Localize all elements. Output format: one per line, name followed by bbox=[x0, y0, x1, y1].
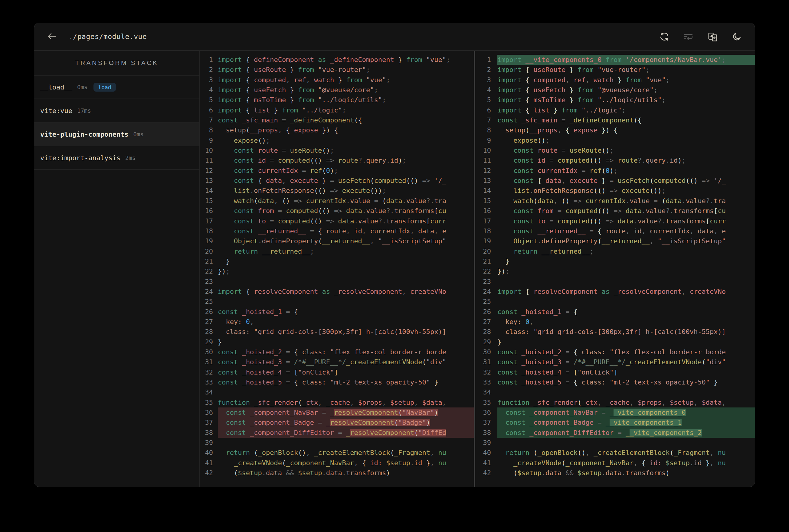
inline-diff-icon[interactable] bbox=[683, 32, 694, 42]
code-line: 7const _sfc_main = _defineComponent({ bbox=[200, 115, 474, 125]
line-number: 2 bbox=[200, 65, 213, 75]
refresh-icon[interactable] bbox=[659, 32, 669, 42]
line-number: 28 bbox=[200, 327, 213, 337]
code-line: 20 return __returned__; bbox=[475, 246, 755, 256]
code-line: 42 ($setup.data && $setup.data.transform… bbox=[200, 468, 474, 478]
line-content bbox=[497, 387, 755, 397]
line-content: const _component_NavBar = __vite_compone… bbox=[497, 407, 755, 417]
line-number: 13 bbox=[475, 176, 491, 186]
line-number: 9 bbox=[475, 135, 491, 146]
code-line: 18 const __returned__ = { route, id, cur… bbox=[475, 226, 755, 236]
code-line: 12 const currentIdx = ref(0); bbox=[475, 166, 755, 176]
code-panel-after[interactable]: 1import __vite_components_0 from '/compo… bbox=[475, 51, 755, 487]
line-number: 26 bbox=[200, 307, 213, 317]
line-number: 34 bbox=[200, 387, 213, 397]
back-button[interactable] bbox=[47, 32, 57, 42]
code-line: 13 const { data, execute } = useFetch(co… bbox=[475, 176, 755, 186]
code-panel-before[interactable]: 1import { defineComponent as _defineComp… bbox=[200, 51, 474, 487]
code-line: 9 expose(); bbox=[475, 135, 755, 146]
line-content: Object.defineProperty(__returned__, "__i… bbox=[497, 236, 755, 246]
code-line: 1import __vite_components_0 from '/compo… bbox=[475, 55, 755, 65]
line-number: 41 bbox=[200, 458, 213, 468]
line-number: 32 bbox=[200, 367, 213, 377]
sidebar-item--load-[interactable]: __load__0msload bbox=[34, 76, 199, 99]
line-content: import { resolveComponent as _resolveCom… bbox=[218, 287, 474, 297]
line-content: }); bbox=[218, 266, 474, 276]
line-number: 15 bbox=[200, 196, 213, 206]
dark-mode-icon[interactable] bbox=[732, 32, 742, 42]
line-content: list.onFetchResponse(() => execute()); bbox=[497, 186, 755, 195]
code-line: 37 const _component_Badge = _resolveComp… bbox=[200, 417, 474, 428]
code-line: 14 list.onFetchResponse(() => execute())… bbox=[475, 186, 755, 195]
code-line: 34 bbox=[200, 387, 474, 397]
sidebar-item-vite-plugin-components[interactable]: vite-plugin-components0ms bbox=[34, 123, 199, 146]
code-line: 41 _createVNode(_component_NavBar, { id:… bbox=[475, 458, 755, 468]
line-content: ($setup.data && $setup.data.transforms) bbox=[497, 468, 755, 478]
code-line: 28 class: "grid grid-cols-[300px,3fr] h-… bbox=[200, 327, 474, 337]
line-content: import { resolveComponent as _resolveCom… bbox=[497, 287, 755, 297]
line-number: 36 bbox=[475, 407, 491, 417]
line-number: 42 bbox=[475, 468, 491, 478]
line-number: 21 bbox=[200, 256, 213, 266]
line-number: 37 bbox=[475, 417, 491, 428]
line-content: const _hoisted_1 = { bbox=[218, 307, 474, 317]
code-line: 27 key: 0, bbox=[200, 317, 474, 327]
line-number: 5 bbox=[200, 95, 213, 105]
line-content: return (_openBlock(), _createElementBloc… bbox=[497, 448, 755, 458]
line-number: 29 bbox=[475, 337, 491, 347]
line-number: 14 bbox=[200, 186, 213, 195]
code-line: 42 ($setup.data && $setup.data.transform… bbox=[475, 468, 755, 478]
code-line: 20 return __returned__; bbox=[200, 246, 474, 256]
line-content: const _hoisted_4 = ["onClick"] bbox=[497, 367, 755, 377]
code-line: 33const _hoisted_5 = { class: "ml-2 text… bbox=[475, 377, 755, 387]
line-number: 8 bbox=[475, 125, 491, 135]
plugin-name: vite-plugin-components bbox=[40, 131, 128, 138]
line-number: 9 bbox=[200, 135, 213, 146]
line-number: 38 bbox=[200, 428, 213, 438]
code-line: 2import { useRoute } from "vue-router"; bbox=[475, 65, 755, 75]
line-content: } bbox=[497, 256, 755, 266]
code-line: 26const _hoisted_1 = { bbox=[200, 307, 474, 317]
line-content: const { data, execute } = useFetch(compu… bbox=[497, 176, 755, 186]
line-number: 41 bbox=[475, 458, 491, 468]
code-line: 23 bbox=[475, 277, 755, 287]
code-line: 38 const _component_DiffEditor = __vite_… bbox=[475, 428, 755, 438]
line-number: 30 bbox=[200, 347, 213, 357]
code-line: 40 return (_openBlock(), _createElementB… bbox=[200, 448, 474, 458]
sidebar-item-vite-import-analysis[interactable]: vite:import-analysis2ms bbox=[34, 146, 199, 170]
code-line: 18 const __returned__ = { route, id, cur… bbox=[200, 226, 474, 236]
line-content: Object.defineProperty(__returned__, "__i… bbox=[218, 236, 474, 246]
line-content: import { msToTime } from "../logic/utils… bbox=[497, 95, 755, 105]
line-number: 10 bbox=[475, 146, 491, 155]
code-line: 31const _hoisted_3 = /*#__PURE__*/_creat… bbox=[475, 357, 755, 367]
line-number: 39 bbox=[475, 438, 491, 448]
code-line: 25 bbox=[475, 297, 755, 306]
line-content: const to = computed(() => data.value?.tr… bbox=[497, 216, 755, 226]
line-content bbox=[218, 438, 474, 448]
plugin-name: __load__ bbox=[40, 83, 72, 91]
line-content: return (_openBlock(), _createElementBloc… bbox=[218, 448, 474, 458]
line-number: 26 bbox=[475, 307, 491, 317]
code-line: 4import { useFetch } from "@vueuse/core"… bbox=[200, 85, 474, 95]
code-line: 22}); bbox=[475, 266, 755, 276]
line-number: 3 bbox=[200, 75, 213, 85]
line-content: const { data, execute } = useFetch(compu… bbox=[218, 176, 474, 186]
line-content bbox=[497, 277, 755, 287]
code-line: 26const _hoisted_1 = { bbox=[475, 307, 755, 317]
line-content: import { useFetch } from "@vueuse/core"; bbox=[218, 85, 474, 95]
code-line: 32const _hoisted_4 = ["onClick"] bbox=[475, 367, 755, 377]
line-content: } bbox=[218, 337, 474, 347]
line-number: 6 bbox=[475, 105, 491, 115]
code-line: 6import { list } from "../logic"; bbox=[475, 105, 755, 115]
code-line: 2import { useRoute } from "vue-router"; bbox=[200, 65, 474, 75]
line-number: 13 bbox=[200, 176, 213, 186]
line-content: const _hoisted_5 = { class: "ml-2 text-x… bbox=[497, 377, 755, 387]
line-content: const from = computed(() => data.value?.… bbox=[218, 206, 474, 216]
code-line: 28 class: "grid grid-cols-[300px,3fr] h-… bbox=[475, 327, 755, 337]
line-number: 33 bbox=[200, 377, 213, 387]
code-line: 7const _sfc_main = _defineComponent({ bbox=[475, 115, 755, 125]
line-content: const _component_DiffEditor = __vite_com… bbox=[497, 428, 755, 438]
line-content: import { useRoute } from "vue-router"; bbox=[218, 65, 474, 75]
sidebar-item-vite-vue[interactable]: vite:vue17ms bbox=[34, 99, 199, 123]
side-by-side-diff-icon[interactable] bbox=[707, 31, 718, 42]
